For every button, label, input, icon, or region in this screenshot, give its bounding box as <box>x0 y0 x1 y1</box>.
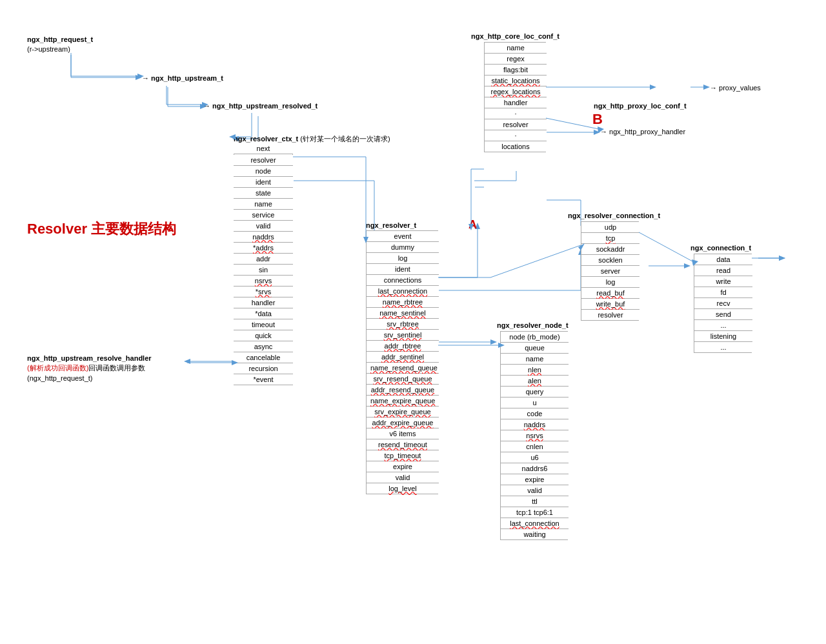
ngx-conn-field-ellipsis1: ... <box>694 320 752 331</box>
ngx-conn-field-ellipsis2: ... <box>694 342 752 352</box>
resolver-field-expire: expire <box>367 461 439 472</box>
resolver-field-addr-resend-queue: addr_resend_queue <box>367 385 439 396</box>
resolver-field-addr-expire-queue: addr_expire_queue <box>367 418 439 428</box>
core-loc-field-handler: handler <box>485 97 547 108</box>
resolver-field-valid: valid <box>367 472 439 483</box>
resolver-conn-fields-box: udp tcp sockaddr socklen server log read… <box>581 221 639 321</box>
resolver-field-addr-sentinel: addr_sentinel <box>367 352 439 363</box>
label-ngx-connection-t: ngx_connection_t <box>690 244 751 252</box>
resolver-field-log: log <box>367 253 439 264</box>
svg-marker-20 <box>490 339 497 345</box>
ctx-field-resolver: resolver <box>234 155 293 166</box>
resolver-field-name-rbtree: name_rbtree <box>367 297 439 308</box>
ctx-field-nsrvs: nsrvs <box>234 276 293 287</box>
ngx-conn-field-listening: listening <box>694 331 752 342</box>
ngx-conn-field-data: data <box>694 254 752 265</box>
label-ngx-resolver-connection-t: ngx_resolver_connection_t <box>568 212 660 219</box>
label-ngx-http-proxy-loc-conf-t: ngx_http_proxy_loc_conf_t <box>594 102 687 110</box>
resolver-field-connections: connections <box>367 275 439 286</box>
core-loc-field-name: name <box>485 43 547 54</box>
ctx-field-naddrs: naddrs <box>234 232 293 243</box>
label-ngx-http-proxy-handler: → ngx_http_proxy_handler <box>600 128 685 136</box>
marker-b: B <box>592 111 603 128</box>
label-ngx-http-upstream-t: → ngx_http_upstream_t <box>142 74 223 82</box>
resolver-fields-box: event dummy log ident connections last_c… <box>366 230 438 494</box>
node-field-naddrs: naddrs <box>501 419 569 430</box>
conn-field-resolver: resolver <box>581 310 640 320</box>
node-field-valid: valid <box>501 485 569 496</box>
ctx-field-ident: ident <box>234 177 293 188</box>
ctx-field-name: name <box>234 199 293 210</box>
ngx-conn-field-recv: recv <box>694 298 752 309</box>
ctx-field-addrs: *addrs <box>234 243 293 254</box>
node-field-name: name <box>501 354 569 365</box>
resolver-field-name-resend-queue: name_resend_queue <box>367 363 439 374</box>
resolver-field-resend-timeout: resend_timeout <box>367 439 439 450</box>
resolver-field-last-connection: last_connection <box>367 286 439 297</box>
conn-field-log: log <box>581 277 640 288</box>
label-ngx-http-upstream-resolved-t: → ngx_http_upstream_resolved_t <box>203 102 317 110</box>
svg-marker-18 <box>684 263 690 268</box>
node-field-queue: queue <box>501 343 569 354</box>
core-loc-field-dots2: · <box>485 130 547 141</box>
resolver-field-event: event <box>367 231 439 242</box>
ctx-field-addr: addr <box>234 254 293 265</box>
conn-field-server: server <box>581 266 640 277</box>
node-field-query: query <box>501 387 569 397</box>
core-loc-field-locations: locations <box>485 141 547 152</box>
label-ngx-resolver-node-t: ngx_resolver_node_t <box>497 321 569 329</box>
ctx-field-srvs: *srvs <box>234 287 293 297</box>
core-loc-field-regex: regex <box>485 54 547 65</box>
node-field-nsrvs: nsrvs <box>501 430 569 441</box>
node-field-u6: u6 <box>501 452 569 463</box>
ctx-field-next: next <box>234 143 293 154</box>
resolver-field-addr-rbtree: addr_rbtree <box>367 341 439 352</box>
conn-field-sockaddr: sockaddr <box>581 244 640 255</box>
resolver-field-v6-items: v6 items <box>367 428 439 439</box>
ctx-field-quick: quick <box>234 330 293 341</box>
label-proxy-values: → proxy_values <box>710 84 761 92</box>
label-r-upstream: (r->upstream) <box>27 45 70 53</box>
label-ngx-http-request-t: ngx_http_request_t <box>27 35 93 43</box>
ctx-field-event: *event <box>234 374 293 385</box>
ctx-field-state: state <box>234 188 293 199</box>
svg-marker-33 <box>779 256 785 261</box>
core-loc-field-resolver: resolver <box>485 119 547 130</box>
ngx-conn-field-send: send <box>694 309 752 320</box>
node-field-node: node (rb_mode) <box>501 332 569 343</box>
svg-marker-24 <box>594 130 600 135</box>
ctx-field-data: *data <box>234 308 293 319</box>
resolver-field-srv-sentinel: srv_sentinel <box>367 330 439 341</box>
node-field-tcp-tcp6: tcp:1 tcp6:1 <box>501 507 569 518</box>
resolver-field-srv-rbtree: srv_rbtree <box>367 319 439 330</box>
node-field-code: code <box>501 408 569 419</box>
node-field-cnlen: cnlen <box>501 441 569 452</box>
node-field-alen: alen <box>501 376 569 387</box>
node-field-waiting: waiting <box>501 529 569 539</box>
ctx-fields-box: next resolver node ident state name serv… <box>234 143 293 385</box>
svg-marker-56 <box>650 85 656 90</box>
node-field-naddrs6: naddrs6 <box>501 463 569 474</box>
core-loc-field-static-locations: static_locations <box>485 75 547 86</box>
ngx-conn-field-fd: fd <box>694 287 752 298</box>
ctx-field-cancelable: cancelable <box>234 352 293 363</box>
ctx-field-sin: sin <box>234 265 293 276</box>
label-ngx-http-core-loc-conf-t: ngx_http_core_loc_conf_t <box>471 32 559 40</box>
node-field-nlen: nlen <box>501 365 569 376</box>
label-ngx-resolver-ctx-t: ngx_resolver_ctx_t (针对某一个域名的一次请求) <box>234 134 390 144</box>
conn-field-tcp: tcp <box>581 233 640 244</box>
ctx-field-node: node <box>234 166 293 177</box>
resolver-field-log-level: log_level <box>367 483 439 494</box>
conn-field-write-buf: write_buf <box>581 299 640 310</box>
ngx-conn-field-write: write <box>694 276 752 287</box>
connection-fields-box: data read write fd recv send ... listeni… <box>694 254 752 353</box>
core-loc-fields-box: name regex flags:bit static_locations re… <box>484 42 546 152</box>
marker-a: A <box>468 218 477 232</box>
resolver-field-name-expire-queue: name_expire_queue <box>367 396 439 407</box>
resolver-field-srv-expire-queue: srv_expire_queue <box>367 407 439 418</box>
ctx-field-valid: valid <box>234 221 293 232</box>
resolver-field-name-sentinel: name_sentinel <box>367 308 439 319</box>
main-title: Resolver 主要数据结构 <box>27 219 176 239</box>
svg-line-47 <box>490 245 581 277</box>
ctx-field-timeout: timeout <box>234 319 293 330</box>
